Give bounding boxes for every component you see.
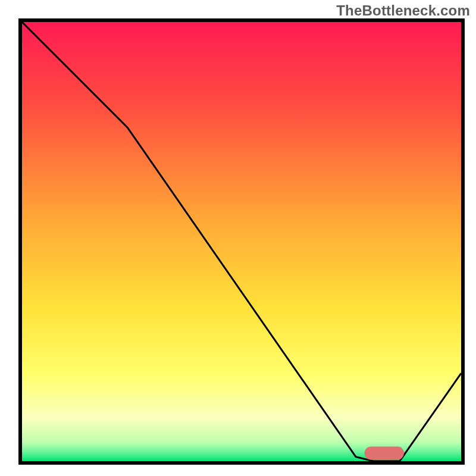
watermark-text: TheBottleneck.com <box>336 2 470 19</box>
chart-frame: TheBottleneck.com <box>0 0 476 476</box>
plot-border <box>18 18 465 465</box>
optimal-range-marker <box>365 447 404 460</box>
bottleneck-chart <box>22 22 461 461</box>
